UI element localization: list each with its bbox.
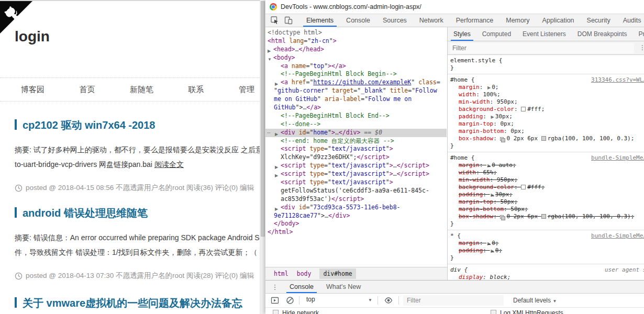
- selector-text[interactable]: element.style {: [450, 57, 502, 64]
- tab-security[interactable]: Security: [581, 14, 617, 27]
- styles-filter-input[interactable]: [450, 43, 634, 53]
- console-context-select[interactable]: top: [306, 296, 375, 303]
- shorthand-expand-icon[interactable]: ▶: [490, 249, 495, 253]
- dom-node-line[interactable]: ▶<a href="https://github.com/exampleK" c…: [265, 78, 447, 87]
- console-filter-input[interactable]: [403, 295, 504, 306]
- shorthand-expand-icon[interactable]: ▶: [486, 163, 492, 168]
- dom-node-line[interactable]: "github-corner" target="_blank" title="F…: [265, 87, 447, 95]
- tab-elements[interactable]: Elements: [300, 14, 340, 27]
- tab-application[interactable]: Application: [536, 14, 580, 27]
- checkbox-0[interactable]: [273, 310, 279, 314]
- inspect-element-icon[interactable]: [271, 16, 279, 25]
- shorthand-expand-icon[interactable]: ▶: [490, 115, 495, 119]
- dom-node-line[interactable]: </body>: [265, 220, 447, 228]
- css-property[interactable]: min-width: 950px;: [450, 98, 644, 106]
- nav-item-1[interactable]: 首页: [80, 85, 95, 95]
- css-property[interactable]: margin-bottom: 0px;: [450, 128, 644, 135]
- dom-node-line[interactable]: GitHub">…</a>: [265, 104, 447, 112]
- dom-node-line[interactable]: getFollowStatus('ce6cddf3-aa9a-e611-845c…: [265, 187, 447, 195]
- post-title[interactable]: cp2102 驱动 win7x64 -2018: [15, 118, 260, 132]
- shadow-swatch-icon[interactable]: [500, 215, 504, 219]
- css-property[interactable]: min-width: 950px;: [450, 176, 644, 184]
- nav-item-4[interactable]: 管理: [239, 85, 254, 95]
- dom-node-line[interactable]: ▶<script type="text/javascript">…</scrip…: [265, 162, 447, 170]
- color-swatch[interactable]: [541, 214, 546, 219]
- breadcrumb-div#home[interactable]: div#home: [319, 268, 356, 279]
- selector-text[interactable]: #home {: [450, 154, 474, 161]
- dom-node-line[interactable]: XlchKey="d9zz3e6DHX";</script>: [265, 153, 447, 162]
- styles-tab-computed[interactable]: Computed: [476, 28, 517, 41]
- color-swatch[interactable]: [521, 107, 526, 111]
- console-drawer-tab-0[interactable]: Console: [283, 281, 320, 293]
- dom-node-line[interactable]: <!--done-->: [265, 120, 447, 129]
- color-swatch[interactable]: [521, 185, 526, 189]
- clear-console-icon[interactable]: [286, 296, 294, 305]
- dom-node-line[interactable]: <html lang="zh-cn">: [265, 37, 447, 46]
- css-property[interactable]: display: block;: [450, 274, 644, 280]
- page-scrollbar[interactable]: [260, 0, 265, 314]
- styles-tab-event-listeners[interactable]: Event Listeners: [517, 28, 572, 41]
- color-swatch[interactable]: [541, 136, 546, 141]
- stylesheet-source-link[interactable]: bundle-SimpleMe…: [591, 154, 644, 162]
- css-property[interactable]: margin-top: 0px;: [450, 120, 644, 128]
- dom-node-line[interactable]: ▶<div id="73cd93ca-5573-11e6-beb8-: [265, 204, 447, 212]
- tab-sources[interactable]: Sources: [376, 14, 413, 27]
- tab-audits[interactable]: Audits: [617, 14, 644, 27]
- selected-dom-node[interactable]: ⋯▶<div id="home">…</div> == $0: [265, 129, 447, 137]
- stylesheet-source-link[interactable]: bundle-SimpleMe…: [591, 232, 644, 240]
- stylesheet-source-link[interactable]: 313346.css?v=WL…: [591, 76, 644, 84]
- css-property[interactable]: margin: ▶0;: [450, 84, 644, 91]
- styles-tab-properties[interactable]: Properties: [632, 28, 644, 41]
- tab-console[interactable]: Console: [340, 14, 376, 27]
- shorthand-expand-icon[interactable]: ▶: [490, 193, 495, 197]
- styles-tab-styles[interactable]: Styles: [448, 28, 476, 41]
- drawer-menu-icon[interactable]: ⋮: [271, 283, 279, 291]
- breadcrumb-html[interactable]: html: [274, 270, 288, 277]
- styles-menu-icon[interactable]: ⋮: [639, 44, 644, 51]
- breadcrumb-body[interactable]: body: [297, 270, 312, 277]
- dom-node-line[interactable]: <!--end: home 自定义的最大容器 -->: [265, 137, 447, 145]
- console-drawer-tab-1[interactable]: What's New: [320, 281, 367, 293]
- nav-item-3[interactable]: 联系: [188, 85, 204, 95]
- dom-node-line[interactable]: <!doctype html>: [265, 29, 447, 37]
- checkbox-1[interactable]: [491, 310, 496, 314]
- post-title[interactable]: 关于 vmware虚拟机的一些问题及解决办法备忘: [15, 296, 260, 310]
- css-property[interactable]: margin: ▶0 auto;: [450, 162, 644, 169]
- console-levels-dropdown[interactable]: Default levels ▼: [513, 297, 557, 304]
- read-more-link[interactable]: 阅读全文: [154, 160, 184, 169]
- css-property[interactable]: background-color: #fff;: [450, 106, 644, 113]
- dom-node-line[interactable]: <script type="text/javascript">: [265, 145, 447, 153]
- css-property[interactable]: margin-bottom: 50px;: [450, 206, 644, 213]
- node-options-dots[interactable]: ⋯: [267, 129, 271, 137]
- dom-node-line[interactable]: <!--PageBeginHtml Block Begin-->: [265, 70, 447, 78]
- dom-node-line[interactable]: 9e71128cae77">…</div>: [265, 212, 447, 220]
- tab-performance[interactable]: Performance: [450, 14, 500, 27]
- dom-node-line[interactable]: <a name="top"></a>: [265, 62, 447, 71]
- css-property[interactable]: box-shadow: 0 2px 6px rgba(100, 100, 100…: [450, 135, 644, 142]
- dom-node-line[interactable]: </html>: [265, 228, 447, 237]
- dom-node-line[interactable]: ▶<script type="text/javascript">…</scrip…: [265, 170, 447, 178]
- device-toolbar-icon[interactable]: [284, 16, 293, 25]
- css-property[interactable]: padding: ▶0;: [450, 247, 644, 254]
- dom-node-line[interactable]: <script type="text/javascript">: [265, 178, 447, 187]
- dom-node-line[interactable]: ▼<body>: [265, 54, 447, 62]
- css-property[interactable]: width: 65%;: [450, 169, 644, 176]
- nav-item-2[interactable]: 新随笔: [130, 85, 153, 95]
- shadow-swatch-icon[interactable]: [500, 137, 504, 141]
- shorthand-expand-icon[interactable]: ▶: [486, 85, 492, 90]
- selector-text[interactable]: #home {: [450, 76, 474, 83]
- dom-node-line[interactable]: me on GitHub" aria-label="Follow me on: [265, 95, 447, 104]
- css-property[interactable]: padding: ▶30px;: [450, 191, 644, 198]
- post-title[interactable]: android 错误处理思维随笔: [15, 206, 260, 220]
- selector-text[interactable]: * {: [450, 232, 461, 239]
- tab-memory[interactable]: Memory: [499, 14, 536, 27]
- dom-node-line[interactable]: ac853d9f53ac')</script>: [265, 195, 447, 204]
- css-property[interactable]: box-shadow: 0 2px 6px rgba(100, 100, 100…: [450, 213, 644, 220]
- tab-network[interactable]: Network: [413, 14, 450, 27]
- dom-node-line[interactable]: <!--PageBeginHtml Block End-->: [265, 112, 447, 120]
- page-scrollbar-thumb[interactable]: [261, 1, 265, 237]
- css-property[interactable]: margin: ▶0;: [450, 240, 644, 247]
- dom-node-line[interactable]: ▶<head>…</head>: [265, 46, 447, 54]
- css-property[interactable]: padding: ▶30px;: [450, 113, 644, 120]
- css-property[interactable]: margin-top: 50px;: [450, 198, 644, 206]
